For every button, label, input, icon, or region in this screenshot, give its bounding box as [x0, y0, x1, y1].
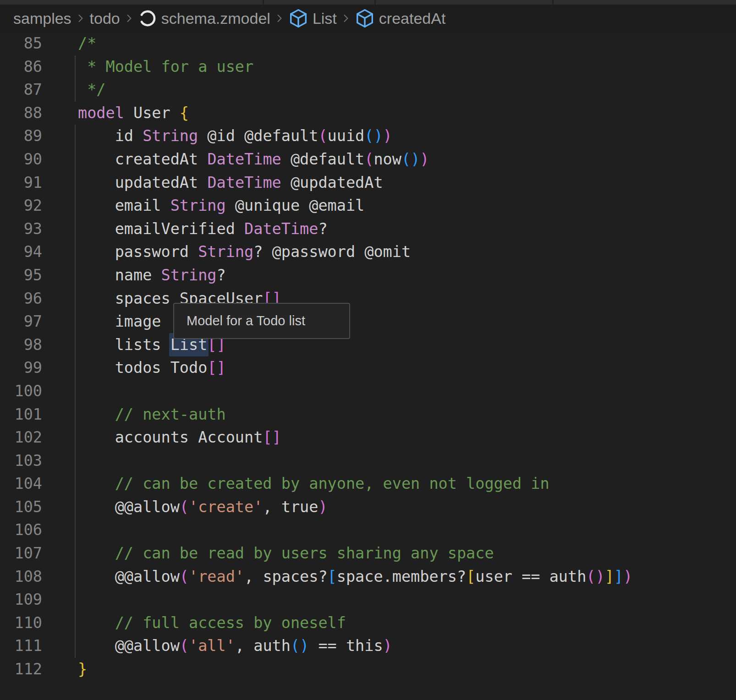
code-line[interactable]: 102 accounts Account[]: [0, 426, 736, 449]
breadcrumb-item-list[interactable]: List: [289, 9, 337, 28]
code-line[interactable]: 97 image: [0, 310, 736, 334]
code-content: model User {: [78, 102, 189, 125]
code-token: ?: [217, 266, 226, 284]
code-token: , spaces?: [244, 568, 328, 585]
code-token: updatedAt: [78, 174, 207, 191]
breadcrumb-item-label: createdAt: [379, 10, 446, 27]
code-line[interactable]: 95 name String?: [0, 264, 736, 287]
code-line[interactable]: 91 updatedAt DateTime @updatedAt: [0, 171, 736, 195]
code-token: emailVerified: [78, 220, 244, 238]
code-line[interactable]: 98 lists List[]: [0, 334, 736, 357]
code-token: DateTime: [244, 220, 318, 238]
code-content: accounts Account[]: [78, 426, 281, 449]
code-line[interactable]: 90 createdAt DateTime @default(now()): [0, 148, 736, 171]
code-token: ): [411, 150, 420, 168]
code-line[interactable]: 101 // next-auth: [0, 403, 736, 427]
code-token: ]: [614, 568, 623, 585]
code-line[interactable]: 108 @@allow('read', spaces?[space.member…: [0, 565, 736, 589]
code-line[interactable]: 93 emailVerified DateTime?: [0, 218, 736, 241]
code-token: // can be created by anyone, even not lo…: [78, 475, 549, 492]
code-content: todos Todo[]: [78, 356, 226, 380]
code-token: == this: [309, 637, 383, 655]
code-line[interactable]: 92 email String @unique @email: [0, 194, 736, 218]
code-token: ): [596, 568, 605, 585]
code-token: email: [78, 197, 170, 214]
code-line[interactable]: 104 // can be created by anyone, even no…: [0, 472, 736, 496]
code-token: 'create': [189, 498, 263, 516]
line-number: 104: [0, 472, 42, 496]
code-token: , true: [263, 498, 318, 516]
code-token: (: [180, 568, 189, 585]
code-content: // next-auth: [78, 403, 226, 427]
code-line[interactable]: 86 * Model for a user: [0, 55, 736, 79]
code-token: ): [420, 150, 429, 168]
code-content: password String? @password @omit: [78, 241, 411, 264]
code-content: email String @unique @email: [78, 194, 364, 218]
code-token: []: [207, 359, 225, 377]
tab-separator: [263, 0, 264, 5]
hover-tooltip: Model for a Todo list: [173, 303, 350, 339]
code-token: ]: [605, 568, 614, 585]
code-token: String: [161, 266, 217, 284]
line-number: 101: [0, 403, 42, 427]
code-line[interactable]: 112}: [0, 658, 736, 681]
code-token: createdAt: [78, 150, 207, 168]
code-line[interactable]: 99 todos Todo[]: [0, 356, 736, 380]
code-token: User: [124, 104, 180, 122]
line-number: 108: [0, 565, 42, 589]
line-number: 99: [0, 356, 42, 380]
line-number: 97: [0, 310, 42, 334]
tab-separator: [374, 0, 376, 5]
line-number: 96: [0, 287, 42, 311]
code-content: // can be read by users sharing any spac…: [78, 542, 494, 565]
code-line[interactable]: 89 id String @id @default(uuid()): [0, 125, 736, 148]
code-token: [: [328, 568, 337, 585]
code-token: /*: [78, 34, 96, 52]
line-number: 100: [0, 380, 42, 403]
code-line[interactable]: 109: [0, 588, 736, 612]
breadcrumb-item-samples[interactable]: samples: [13, 10, 71, 27]
code-line[interactable]: 100: [0, 380, 736, 403]
code-token: ): [623, 568, 632, 585]
code-line[interactable]: 85/*: [0, 32, 736, 55]
code-line[interactable]: 107 // can be read by users sharing any …: [0, 542, 736, 565]
code-content: createdAt DateTime @default(now()): [78, 148, 429, 171]
breadcrumb-separator-icon: [126, 12, 132, 25]
code-token: ): [373, 127, 383, 145]
code-line[interactable]: 88model User {: [0, 102, 736, 125]
code-line[interactable]: 106: [0, 519, 736, 542]
code-content: */: [78, 78, 106, 102]
code-token: // can be read by users sharing any spac…: [78, 544, 494, 562]
code-token: accounts Account: [78, 428, 263, 446]
line-number: 107: [0, 542, 42, 565]
breadcrumb-item-createdat[interactable]: createdAt: [355, 9, 446, 28]
code-token: (: [180, 498, 189, 516]
code-content: }: [78, 658, 87, 681]
code-lines: 85/*86 * Model for a user87 */88model Us…: [0, 32, 736, 681]
breadcrumb-item-label: samples: [13, 10, 71, 27]
code-line[interactable]: 103: [0, 449, 736, 473]
line-number: 86: [0, 55, 42, 79]
sync-icon: [138, 9, 157, 27]
code-line[interactable]: 96 spaces SpaceUser[]: [0, 287, 736, 311]
code-token: String: [143, 127, 198, 145]
code-line[interactable]: 111 @@allow('all', auth() == this): [0, 634, 736, 658]
code-line[interactable]: 105 @@allow('create', true): [0, 496, 736, 519]
code-token: id: [78, 127, 143, 145]
breadcrumb-item-todo[interactable]: todo: [90, 10, 120, 27]
code-content: @@allow('read', spaces?[space.members?[u…: [78, 565, 632, 589]
code-editor[interactable]: 85/*86 * Model for a user87 */88model Us…: [0, 32, 736, 700]
code-token: @default: [281, 150, 365, 168]
code-line[interactable]: 94 password String? @password @omit: [0, 241, 736, 264]
code-token: @@allow: [78, 498, 180, 516]
breadcrumb-item-label: todo: [90, 10, 120, 27]
code-token: model: [78, 104, 124, 122]
breadcrumb-item-schema-zmodel[interactable]: schema.zmodel: [138, 9, 270, 27]
code-token: }: [78, 660, 87, 678]
code-line[interactable]: 87 */: [0, 78, 736, 102]
code-token: ): [318, 498, 327, 516]
code-token: * Model for a user: [78, 58, 253, 76]
code-line[interactable]: 110 // full access by oneself: [0, 612, 736, 635]
code-token: (: [291, 637, 300, 655]
code-token: user == auth: [475, 568, 586, 585]
